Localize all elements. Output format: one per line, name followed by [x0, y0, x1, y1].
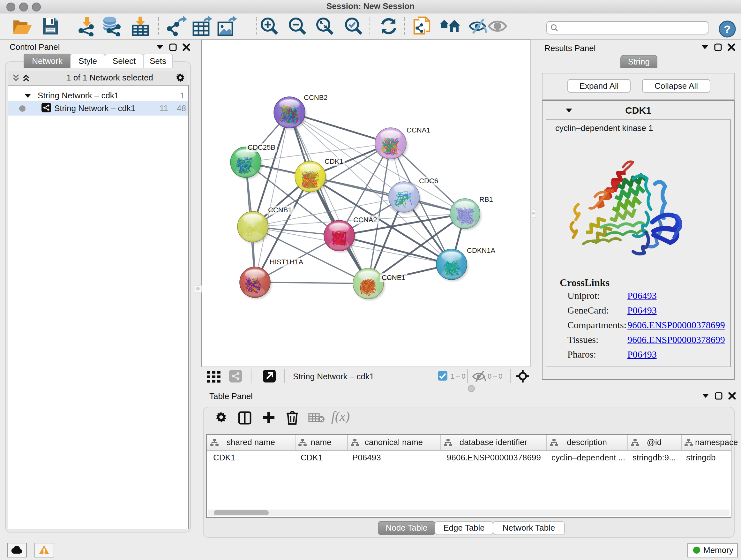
svg-text:CCNB1: CCNB1 [268, 206, 292, 214]
svg-text:CDKN1A: CDKN1A [467, 246, 495, 254]
svg-text:RB1: RB1 [479, 195, 493, 203]
svg-text:CCNA1: CCNA1 [407, 126, 430, 134]
svg-text:CCNB2: CCNB2 [304, 94, 328, 102]
svg-text:HIST1H1A: HIST1H1A [270, 258, 303, 266]
svg-text:CCNE1: CCNE1 [382, 273, 406, 282]
svg-text:CDC6: CDC6 [419, 177, 438, 185]
svg-text:CCNA2: CCNA2 [353, 216, 377, 224]
svg-text:CDK1: CDK1 [325, 158, 343, 165]
svg-text:?: ? [724, 23, 731, 35]
svg-text:CDC25B: CDC25B [248, 143, 275, 151]
